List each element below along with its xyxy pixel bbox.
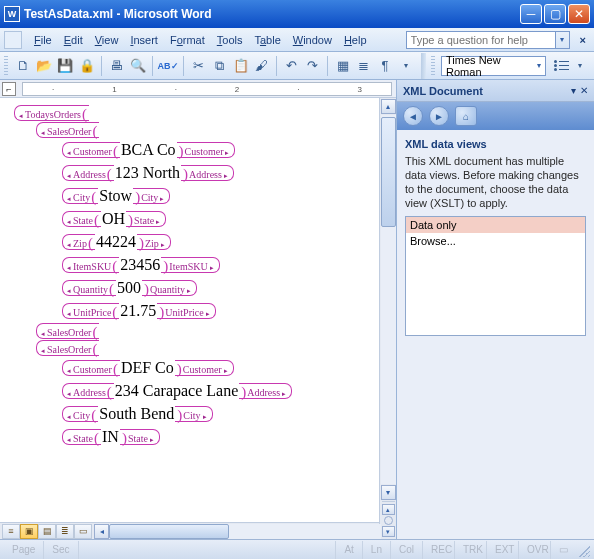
copy-icon[interactable]: ⧉ (210, 56, 229, 76)
xml-tag-zip[interactable]: Zip (62, 234, 95, 250)
menu-format[interactable]: Format (164, 32, 211, 48)
menu-window[interactable]: Window (287, 32, 338, 48)
data-view-item[interactable]: Browse... (406, 233, 585, 249)
xml-tag-quantity[interactable]: Quantity (62, 280, 116, 296)
xml-text[interactable]: OH (101, 208, 126, 230)
web-layout-view-icon[interactable]: ▣ (20, 524, 38, 539)
data-view-item[interactable]: Data only (406, 217, 585, 233)
next-page-icon[interactable]: ▾ (382, 526, 395, 537)
xml-tag-city[interactable]: City (175, 406, 212, 422)
menu-view[interactable]: View (89, 32, 125, 48)
xml-tag-salesorder[interactable]: SalesOrder (36, 323, 99, 339)
nav-back-icon[interactable]: ◄ (403, 106, 423, 126)
pane-menu-icon[interactable]: ▾ (571, 85, 576, 96)
redo-icon[interactable]: ↷ (303, 56, 322, 76)
scroll-down-icon[interactable]: ▾ (381, 485, 396, 500)
help-search-input[interactable] (406, 31, 556, 49)
xml-tag-address[interactable]: Address (62, 165, 114, 181)
new-doc-icon[interactable]: 🗋 (14, 56, 33, 76)
show-marks-icon[interactable]: ¶ (375, 56, 394, 76)
xml-text[interactable]: 21.75 (119, 300, 157, 322)
xml-text[interactable]: South Bend (98, 403, 175, 425)
minimize-button[interactable]: ─ (520, 4, 542, 24)
xml-tag-city[interactable]: City (62, 188, 98, 204)
toolbar-options-2-icon[interactable]: ▾ (571, 56, 590, 76)
xml-tag-customer[interactable]: Customer (177, 142, 236, 158)
xml-tag-customer[interactable]: Customer (62, 142, 120, 158)
xml-text[interactable]: 123 North (114, 162, 181, 184)
menu-edit[interactable]: Edit (58, 32, 89, 48)
xml-tag-zip[interactable]: Zip (137, 234, 171, 250)
nav-home-icon[interactable]: ⌂ (455, 106, 477, 126)
data-view-list[interactable]: Data onlyBrowse... (405, 216, 586, 336)
status-rec[interactable]: REC (422, 541, 454, 559)
nav-forward-icon[interactable]: ► (429, 106, 449, 126)
tab-selector[interactable]: ⌐ (2, 82, 16, 96)
tables-icon[interactable]: ▦ (333, 56, 352, 76)
status-ovr[interactable]: OVR (518, 541, 550, 559)
xml-text[interactable]: 500 (116, 277, 142, 299)
xml-text[interactable]: 23456 (119, 254, 161, 276)
permission-icon[interactable]: 🔒 (77, 56, 96, 76)
print-layout-view-icon[interactable]: ▤ (38, 524, 56, 539)
cut-icon[interactable]: ✂ (189, 56, 208, 76)
menu-tools[interactable]: Tools (211, 32, 249, 48)
print-icon[interactable]: 🖶 (107, 56, 126, 76)
undo-icon[interactable]: ↶ (282, 56, 301, 76)
toolbar-options-icon[interactable]: ▾ (397, 56, 416, 76)
status-lang-icon[interactable]: ▭ (550, 541, 576, 559)
xml-tag-itemsku[interactable]: ItemSKU (62, 257, 119, 273)
xml-text[interactable]: BCA Co (120, 139, 177, 161)
status-ext[interactable]: EXT (486, 541, 518, 559)
xml-tag-address[interactable]: Address (239, 383, 292, 399)
xml-tag-state[interactable]: State (62, 429, 101, 445)
format-painter-icon[interactable]: 🖌 (252, 56, 271, 76)
xml-tag-customer[interactable]: Customer (62, 360, 120, 376)
horizontal-ruler[interactable]: ⌐ ·1·2·3 (0, 80, 396, 98)
xml-text[interactable]: Stow (98, 185, 133, 207)
columns-icon[interactable]: ≣ (354, 56, 373, 76)
browse-object-icon[interactable] (384, 516, 393, 525)
scroll-left-icon[interactable]: ◂ (94, 524, 109, 539)
document-page[interactable]: TodaysOrdersSalesOrderCustomerBCA CoCust… (0, 98, 396, 522)
xml-tag-city[interactable]: City (62, 406, 98, 422)
spellcheck-icon[interactable]: AB✓ (158, 56, 178, 76)
paste-icon[interactable]: 📋 (231, 56, 250, 76)
status-trk[interactable]: TRK (454, 541, 486, 559)
doc-close-button[interactable]: × (576, 34, 590, 46)
xml-tag-state[interactable]: State (62, 211, 101, 227)
menu-table[interactable]: Table (248, 32, 286, 48)
print-preview-icon[interactable]: 🔍 (128, 56, 147, 76)
toolbar-grip-2[interactable] (431, 56, 435, 76)
bullets-icon[interactable] (554, 60, 569, 71)
reading-view-icon[interactable]: ▭ (74, 524, 92, 539)
xml-tag-state[interactable]: State (120, 429, 160, 445)
vertical-scrollbar[interactable]: ▴ ▾ ▴ ▾ (379, 98, 396, 539)
prev-page-icon[interactable]: ▴ (382, 504, 395, 515)
hscroll-thumb[interactable] (109, 524, 229, 539)
toolbar-grip[interactable] (4, 56, 8, 76)
menu-help[interactable]: Help (338, 32, 373, 48)
xml-text[interactable]: 234 Carapace Lane (114, 380, 239, 402)
xml-tag-unitprice[interactable]: UnitPrice (157, 303, 215, 319)
menu-insert[interactable]: Insert (124, 32, 164, 48)
xml-text[interactable]: IN (101, 426, 120, 448)
xml-tag-salesorder[interactable]: SalesOrder (36, 122, 99, 138)
xml-text[interactable]: DEF Co (120, 357, 175, 379)
xml-tag-state[interactable]: State (126, 211, 166, 227)
close-button[interactable]: ✕ (568, 4, 590, 24)
xml-tag-unitprice[interactable]: UnitPrice (62, 303, 119, 319)
normal-view-icon[interactable]: ≡ (2, 524, 20, 539)
xml-tag-city[interactable]: City (133, 188, 170, 204)
font-selector[interactable]: Times New Roman▾ (441, 56, 546, 76)
xml-tag-itemsku[interactable]: ItemSKU (161, 257, 219, 273)
menu-file[interactable]: File (28, 32, 58, 48)
xml-tag-address[interactable]: Address (181, 165, 234, 181)
xml-tag-customer[interactable]: Customer (175, 360, 234, 376)
resize-grip-icon[interactable] (576, 543, 590, 557)
maximize-button[interactable]: ▢ (544, 4, 566, 24)
system-menu-icon[interactable] (4, 31, 22, 49)
outline-view-icon[interactable]: ≣ (56, 524, 74, 539)
xml-tag-address[interactable]: Address (62, 383, 114, 399)
save-icon[interactable]: 💾 (56, 56, 75, 76)
